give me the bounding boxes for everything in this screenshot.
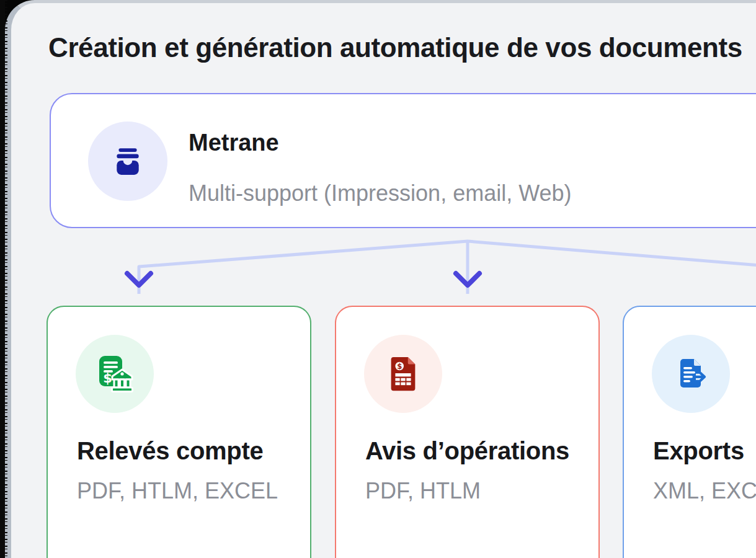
card-releves-compte: $ Relevés compte PDF, HTLM, EXCEL	[47, 306, 311, 558]
avis-subtitle: PDF, HTLM	[365, 478, 481, 504]
svg-text:$: $	[103, 371, 112, 386]
svg-text:$: $	[397, 362, 402, 371]
exports-subtitle: XML, EXCEL	[653, 478, 756, 504]
metrane-icon-circle	[88, 122, 167, 201]
exports-icon-circle	[652, 335, 730, 413]
releves-title: Relevés compte	[77, 437, 263, 465]
avis-icon-circle: $	[364, 335, 442, 413]
bank-statement-icon: $	[94, 353, 135, 394]
avis-title: Avis d’opérations	[365, 437, 569, 465]
card-avis-operations: $ Avis d’opérations PDF, HTLM	[335, 306, 600, 558]
export-file-arrow-icon	[671, 354, 711, 394]
card-exports: Exports XML, EXCEL	[623, 306, 756, 558]
metrane-text: Metrane Multi-support (Impression, email…	[189, 129, 572, 206]
screenshot-root: Création et génération automatique de vo…	[0, 0, 756, 558]
releves-subtitle: PDF, HTLM, EXCEL	[77, 478, 278, 504]
metrane-subtitle: Multi-support (Impression, email, Web)	[189, 180, 572, 206]
invoice-table-icon: $	[384, 355, 422, 393]
torn-left-edge	[0, 0, 5, 558]
exports-title: Exports	[653, 437, 744, 465]
page-title: Création et génération automatique de vo…	[48, 32, 742, 63]
wallet-archive-icon	[112, 146, 143, 177]
releves-icon-circle: $	[76, 335, 154, 413]
metrane-title: Metrane	[189, 129, 572, 157]
metrane-card: Metrane Multi-support (Impression, email…	[50, 93, 756, 228]
